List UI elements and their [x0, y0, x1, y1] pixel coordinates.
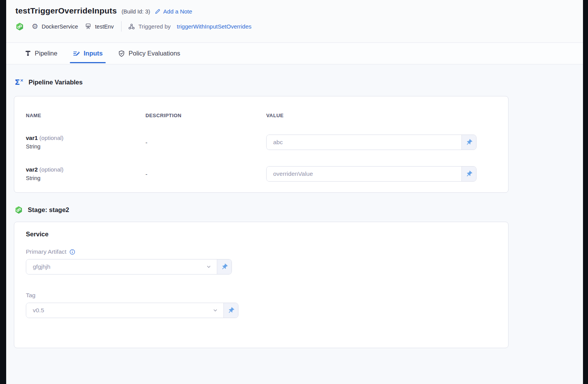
input-value-text: overridenValue: [273, 170, 313, 177]
stage-cd-icon: [15, 206, 23, 214]
pin-button[interactable]: [462, 135, 476, 150]
variable-type: String: [26, 143, 145, 150]
variable-value-cell: overridenValue: [266, 166, 497, 182]
screenshot-canvas: testTriggerOverrideInputs (Build Id: 3) …: [0, 0, 588, 384]
pin-button[interactable]: [217, 259, 231, 274]
inputs-tab-content: Σ× Pipeline Variables NAME DESCRIPTION V…: [6, 78, 583, 348]
tag-dropdown[interactable]: v0.5: [26, 303, 238, 318]
execution-tab-bar: Pipeline Inputs: [6, 42, 583, 64]
input-value-text: abc: [273, 139, 283, 146]
sigma-variables-icon: Σ×: [15, 78, 24, 86]
variables-table: NAME DESCRIPTION VALUE var1 (optional) S…: [26, 113, 497, 182]
tab-label: Inputs: [84, 50, 103, 57]
tab-label: Pipeline: [35, 50, 57, 57]
vertical-divider: [121, 21, 122, 32]
var2-value-input[interactable]: overridenValue: [266, 166, 476, 182]
shield-check-icon: [118, 50, 125, 57]
pipeline-variables-heading: Σ× Pipeline Variables: [15, 78, 575, 86]
trigger-meta: Triggered by triggerWithInputSetOverride…: [128, 23, 252, 30]
right-dark-edge: [583, 0, 588, 384]
column-header-description: DESCRIPTION: [145, 113, 266, 118]
inputs-edit-icon: [73, 50, 80, 57]
variable-description: -: [145, 166, 266, 182]
triggered-by-label: Triggered by: [139, 23, 171, 30]
variable-name: var1: [26, 135, 38, 141]
column-header-name: NAME: [26, 113, 145, 118]
stage-heading: Stage: stage2: [15, 206, 575, 214]
add-note-label: Add a Note: [163, 8, 192, 15]
chevron-down-icon: [206, 264, 211, 269]
tag-label: Tag: [26, 292, 35, 299]
environment-name-label: testEnv: [95, 24, 113, 30]
column-header-value: VALUE: [266, 113, 497, 118]
service-name-label: DockerService: [42, 24, 78, 30]
dropdown-value-text: v0.5: [33, 307, 44, 314]
meta-row: ⚙ DockerService: [15, 21, 574, 32]
pin-icon: [465, 170, 473, 178]
variable-optional-label: (optional): [39, 166, 64, 173]
variable-row-name: var1 (optional) String: [26, 135, 145, 150]
tab-label: Policy Evaluations: [128, 50, 180, 57]
section-title: Pipeline Variables: [29, 79, 83, 86]
service-section-title: Service: [26, 231, 497, 238]
execution-header: testTriggerOverrideInputs (Build Id: 3) …: [6, 0, 583, 42]
service-card: Service Primary Artifact gfgjhjh: [14, 222, 509, 348]
page-title: testTriggerOverrideInputs: [15, 6, 117, 15]
variable-row-name: var2 (optional) String: [26, 166, 145, 181]
variable-type: String: [26, 175, 145, 181]
trigger-webhook-icon: [128, 23, 135, 30]
build-id-label: (Build Id: 3): [122, 7, 150, 15]
title-row: testTriggerOverrideInputs (Build Id: 3) …: [15, 6, 574, 15]
pin-icon: [221, 263, 228, 271]
pipeline-variables-card: NAME DESCRIPTION VALUE var1 (optional) S…: [14, 96, 509, 193]
gear-icon: ⚙: [32, 23, 38, 30]
pin-button[interactable]: [462, 167, 476, 181]
tab-policy-evaluations[interactable]: Policy Evaluations: [116, 43, 182, 64]
tab-inputs[interactable]: Inputs: [71, 43, 105, 64]
service-meta: ⚙ DockerService: [32, 23, 78, 30]
add-note-link[interactable]: Add a Note: [155, 7, 192, 15]
dropdown-value-text: gfgjhjh: [33, 263, 51, 270]
pencil-icon: [155, 8, 161, 14]
cd-stage-icon: [15, 22, 24, 31]
primary-artifact-label: Primary Artifact: [26, 248, 66, 255]
pipeline-icon: [25, 50, 31, 57]
tag-label-row: Tag: [26, 292, 497, 299]
var1-value-input[interactable]: abc: [266, 135, 476, 150]
variable-value-cell: abc: [266, 135, 497, 150]
environment-icon: [85, 23, 91, 30]
trigger-name-link[interactable]: triggerWithInputSetOverrides: [177, 23, 251, 30]
variable-optional-label: (optional): [39, 135, 64, 141]
pin-icon: [227, 307, 235, 314]
pin-icon: [465, 139, 473, 146]
chevron-down-icon: [213, 308, 218, 313]
info-icon[interactable]: [69, 249, 75, 255]
variable-name: var2: [26, 166, 38, 173]
variable-description: -: [145, 135, 266, 150]
tab-pipeline[interactable]: Pipeline: [22, 43, 60, 64]
primary-artifact-dropdown[interactable]: gfgjhjh: [26, 259, 232, 275]
environment-meta: testEnv: [85, 23, 113, 30]
execution-page: testTriggerOverrideInputs (Build Id: 3) …: [6, 0, 583, 384]
pin-button[interactable]: [224, 303, 238, 318]
primary-artifact-label-row: Primary Artifact: [26, 248, 497, 255]
left-dark-edge: [0, 0, 6, 384]
stage-title: Stage: stage2: [28, 206, 69, 214]
